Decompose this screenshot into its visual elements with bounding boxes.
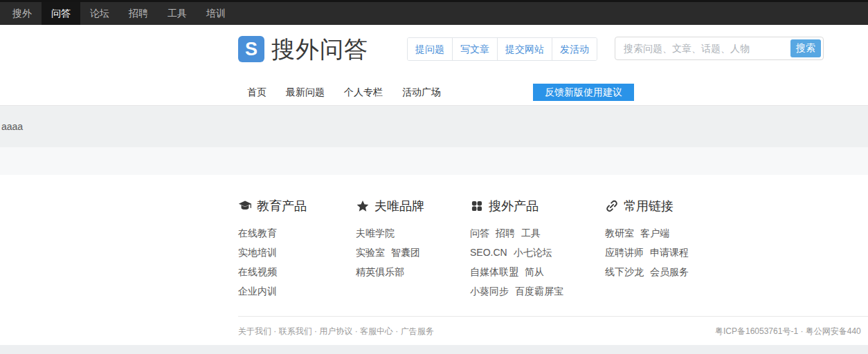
footer-link-row: 线下沙龙会员服务 xyxy=(605,262,757,281)
footer-link-row: 问答招聘工具 xyxy=(470,223,605,243)
icp-text: 粤ICP备16053761号-1 · 粤公网安备440 xyxy=(715,317,861,346)
footer-column-header: 教育产品 xyxy=(238,198,356,214)
legal-link[interactable]: 广告服务 xyxy=(401,326,434,337)
topbar-item[interactable]: 搜外 xyxy=(3,2,42,25)
footer-link[interactable]: 问答 xyxy=(470,227,489,239)
site-header: S 搜外问答 提问题写文章提交网站发活动 搜索 xyxy=(0,25,868,80)
legal-separator: · xyxy=(271,326,279,336)
footer-link-row: 小葵同步百度霸屏宝 xyxy=(470,281,605,301)
footer-column-title: 教育产品 xyxy=(257,198,307,214)
footer-columns: 教育产品 在线教育实地培训在线视频企业内训 夫唯品牌 夫唯学院实验室智囊团精英俱… xyxy=(238,175,868,301)
graduation-cap-icon xyxy=(238,199,252,213)
star-icon xyxy=(356,199,370,213)
footer-link[interactable]: 小葵同步 xyxy=(470,286,509,297)
secondary-nav: 首页最新问题个人专栏活动广场 反馈新版使用建议 xyxy=(0,80,868,106)
legal-link[interactable]: 联系我们 xyxy=(279,326,312,337)
search-input[interactable] xyxy=(615,37,788,59)
search-box: 搜索 xyxy=(615,37,824,60)
site-footer: 教育产品 在线教育实地培训在线视频企业内训 夫唯品牌 夫唯学院实验室智囊团精英俱… xyxy=(238,175,868,316)
footer-link-list: 在线教育实地培训在线视频企业内训 xyxy=(238,223,356,301)
topbar-item[interactable]: 培训 xyxy=(197,2,235,25)
legal-separator: · xyxy=(312,326,320,336)
legal-separator: · xyxy=(393,326,401,336)
top-navbar: 搜外问答论坛招聘工具培训 xyxy=(0,0,868,25)
footer-link[interactable]: 小七论坛 xyxy=(514,247,552,258)
footer-column: 搜外产品 问答招聘工具SEO.CN小七论坛自媒体联盟简从小葵同步百度霸屏宝 xyxy=(470,198,605,301)
subnav-item[interactable]: 活动广场 xyxy=(402,86,441,99)
topbar-item[interactable]: 工具 xyxy=(158,2,197,25)
topbar-item[interactable]: 问答 xyxy=(42,2,80,25)
search-button[interactable]: 搜索 xyxy=(790,39,821,57)
legal-link[interactable]: 用户协议 xyxy=(319,326,352,337)
footer-link-row: 实验室智囊团 xyxy=(356,243,470,262)
action-button[interactable]: 提交网站 xyxy=(497,38,552,60)
footer-column-title: 搜外产品 xyxy=(489,198,539,214)
footer-link-row: 教研室客户端 xyxy=(605,223,757,243)
site-logo[interactable]: S xyxy=(238,36,264,62)
topbar-item[interactable]: 招聘 xyxy=(119,2,158,25)
footer-column-header: 搜外产品 xyxy=(470,198,605,214)
footer-link-row: 应聘讲师申请课程 xyxy=(605,243,757,262)
footer-link[interactable]: 百度霸屏宝 xyxy=(515,286,563,297)
action-button[interactable]: 提问题 xyxy=(408,38,452,60)
site-title: 搜外问答 xyxy=(271,36,368,64)
footer-link-list: 问答招聘工具SEO.CN小七论坛自媒体联盟简从小葵同步百度霸屏宝 xyxy=(470,223,605,301)
subnav-item[interactable]: 最新问题 xyxy=(286,86,325,99)
footer-link[interactable]: 智囊团 xyxy=(391,247,420,258)
legal-separator: · xyxy=(352,326,360,336)
footer-column: 常用链接 教研室客户端应聘讲师申请课程线下沙龙会员服务 xyxy=(605,198,757,301)
secondary-nav-items: 首页最新问题个人专栏活动广场 xyxy=(247,80,441,105)
logo-letter: S xyxy=(245,39,257,60)
footer-link[interactable]: SEO.CN xyxy=(470,247,507,258)
footer-link[interactable]: 实地培训 xyxy=(238,247,277,258)
footer-column-title: 常用链接 xyxy=(624,198,673,214)
footer-link[interactable]: 企业内训 xyxy=(238,286,277,297)
grid-icon xyxy=(470,199,484,213)
footer-link-list: 教研室客户端应聘讲师申请课程线下沙龙会员服务 xyxy=(605,223,757,281)
footer-link[interactable]: 自媒体联盟 xyxy=(470,266,518,277)
footer-link[interactable]: 应聘讲师 xyxy=(605,247,644,258)
footer-link[interactable]: 实验室 xyxy=(356,247,385,258)
footer-column: 夫唯品牌 夫唯学院实验室智囊团精英俱乐部 xyxy=(356,198,470,301)
subnav-item[interactable]: 个人专栏 xyxy=(344,86,383,99)
question-title[interactable]: aaaa xyxy=(1,106,23,147)
legal-link[interactable]: 客服中心 xyxy=(360,326,393,337)
footer-link-row: 精英俱乐部 xyxy=(356,262,470,281)
footer-link[interactable]: 工具 xyxy=(521,227,541,239)
footer-link-row: 自媒体联盟简从 xyxy=(470,262,605,281)
footer-link[interactable]: 申请课程 xyxy=(650,247,689,258)
topbar-item[interactable]: 论坛 xyxy=(80,2,119,25)
empty-band xyxy=(0,147,868,175)
footer-link[interactable]: 客户端 xyxy=(640,227,669,239)
feedback-button[interactable]: 反馈新版使用建议 xyxy=(533,84,634,101)
legal-link[interactable]: 关于我们 xyxy=(238,326,271,337)
question-band: aaaa xyxy=(0,106,868,147)
footer-link-row: 夫唯学院 xyxy=(356,223,470,243)
legal-links: 关于我们 · 联系我们 · 用户协议 · 客服中心 · 广告服务 xyxy=(238,317,434,346)
footer-column-title: 夫唯品牌 xyxy=(374,198,424,214)
action-button[interactable]: 写文章 xyxy=(452,38,497,60)
footer-column: 教育产品 在线教育实地培训在线视频企业内训 xyxy=(238,198,356,301)
footer-link[interactable]: 线下沙龙 xyxy=(605,266,644,277)
footer-link[interactable]: 在线教育 xyxy=(238,227,277,239)
footer-link[interactable]: 在线视频 xyxy=(238,266,277,277)
link-icon xyxy=(605,199,619,213)
footer-link[interactable]: 会员服务 xyxy=(650,266,689,277)
footer-link-row: 在线教育 xyxy=(238,223,356,243)
action-button-group: 提问题写文章提交网站发活动 xyxy=(407,37,597,61)
footer-column-header: 夫唯品牌 xyxy=(356,198,470,214)
footer-link-row: SEO.CN小七论坛 xyxy=(470,243,605,262)
footer-link[interactable]: 招聘 xyxy=(496,227,515,239)
footer-bottom-bar: 关于我们 · 联系我们 · 用户协议 · 客服中心 · 广告服务 粤ICP备16… xyxy=(238,316,868,345)
footer-link-list: 夫唯学院实验室智囊团精英俱乐部 xyxy=(356,223,470,281)
top-navbar-items: 搜外问答论坛招聘工具培训 xyxy=(3,2,235,25)
footer-link-row: 实地培训 xyxy=(238,243,356,262)
footer-column-header: 常用链接 xyxy=(605,198,757,214)
footer-link-row: 企业内训 xyxy=(238,281,356,301)
subnav-item[interactable]: 首页 xyxy=(247,86,266,99)
footer-link[interactable]: 教研室 xyxy=(605,227,634,239)
action-button[interactable]: 发活动 xyxy=(552,38,597,60)
footer-link[interactable]: 简从 xyxy=(525,266,544,277)
footer-link[interactable]: 精英俱乐部 xyxy=(356,266,404,277)
footer-link[interactable]: 夫唯学院 xyxy=(356,227,395,239)
